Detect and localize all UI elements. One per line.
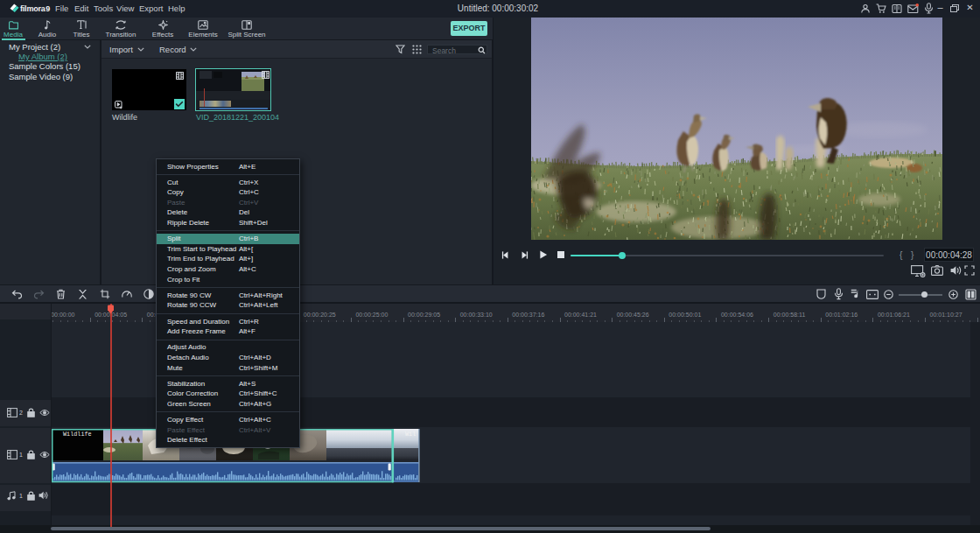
svg-text:Wil: Wil <box>405 431 416 438</box>
svg-text:Wildlife: Wildlife <box>63 431 92 438</box>
